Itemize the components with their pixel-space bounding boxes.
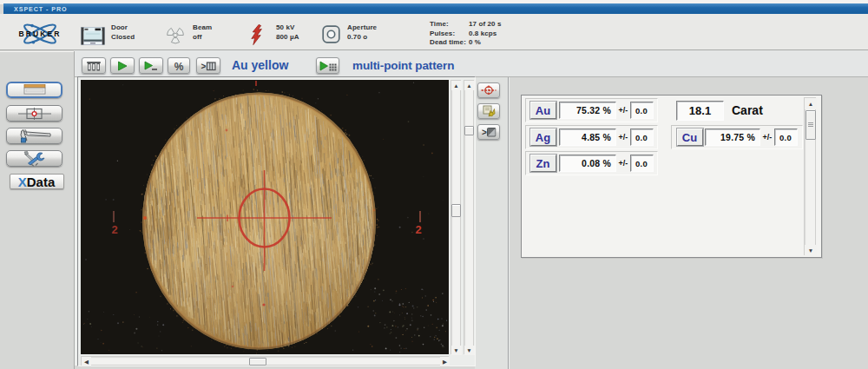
svg-text:%: % [174,60,184,71]
svg-text:>: > [201,62,207,71]
svg-text:>: > [482,128,487,137]
svg-text:BRUKER: BRUKER [19,30,62,38]
svg-text:2: 2 [415,223,421,236]
svg-text:2: 2 [111,223,117,236]
